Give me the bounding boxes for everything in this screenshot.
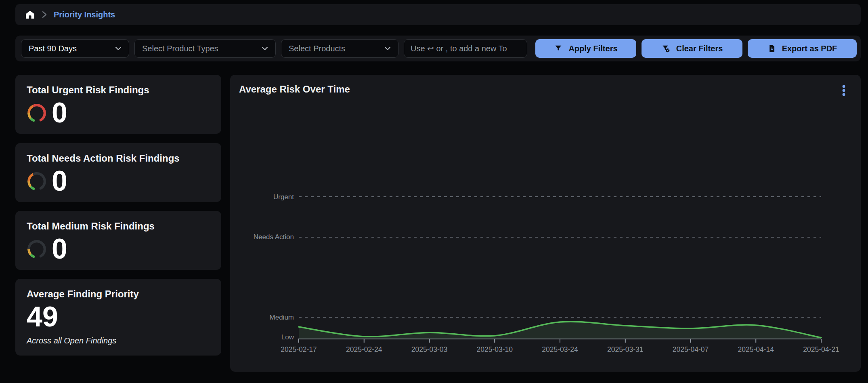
svg-text:2025-04-14: 2025-04-14 [738, 345, 774, 354]
svg-text:2025-02-24: 2025-02-24 [346, 345, 382, 354]
gauge-icon [27, 171, 47, 192]
clear-filters-button[interactable]: Clear Filters [642, 39, 742, 58]
breadcrumb: Priority Insights [15, 4, 861, 25]
stat-card-title: Total Urgent Risk Findings [27, 84, 210, 96]
time-range-select[interactable]: Past 90 Days [21, 39, 129, 58]
export-pdf-button[interactable]: Export as PDF [748, 39, 857, 58]
product-types-select[interactable]: Select Product Types [134, 39, 276, 58]
export-pdf-label: Export as PDF [782, 44, 837, 53]
breadcrumb-link-priority-insights[interactable]: Priority Insights [54, 10, 115, 19]
svg-text:2025-03-31: 2025-03-31 [607, 345, 644, 354]
svg-text:Urgent: Urgent [273, 193, 294, 201]
svg-text:Low: Low [281, 333, 294, 341]
average-risk-chart: UrgentNeeds ActionMediumLow2025-02-17202… [230, 75, 861, 372]
time-range-value: Past 90 Days [29, 44, 77, 53]
svg-text:2025-02-17: 2025-02-17 [281, 345, 317, 354]
svg-text:Needs Action: Needs Action [254, 233, 294, 241]
stat-card-average-priority: Average Finding Priority 49 Across all O… [15, 279, 221, 356]
stat-card-value: 0 [52, 166, 67, 196]
svg-text:2025-03-10: 2025-03-10 [476, 345, 513, 354]
stat-card-needs-action: Total Needs Action Risk Findings 0 [15, 143, 221, 202]
stat-card-value: 0 [52, 98, 67, 128]
svg-text:2025-04-21: 2025-04-21 [803, 345, 839, 354]
file-download-icon [767, 44, 776, 53]
home-icon [25, 10, 35, 20]
stat-card-subtitle: Across all Open Findings [27, 336, 210, 345]
chevron-down-icon [384, 46, 391, 51]
chevron-down-icon [115, 46, 122, 51]
products-select[interactable]: Select Products [281, 39, 398, 58]
stat-card-title: Average Finding Priority [27, 288, 210, 300]
filter-x-icon [661, 44, 671, 53]
svg-text:Medium: Medium [270, 314, 294, 321]
clear-filters-label: Clear Filters [676, 44, 723, 53]
apply-filters-label: Apply Filters [568, 44, 617, 53]
gauge-icon [27, 103, 47, 123]
products-placeholder: Select Products [289, 44, 345, 53]
chevron-down-icon [262, 46, 268, 51]
stat-card-title: Total Needs Action Risk Findings [27, 153, 210, 164]
apply-filters-button[interactable]: Apply Filters [535, 39, 636, 58]
product-types-placeholder: Select Product Types [142, 44, 218, 53]
svg-text:2025-04-07: 2025-04-07 [673, 345, 709, 354]
stat-card-urgent: Total Urgent Risk Findings 0 [15, 75, 221, 134]
chart-panel: Average Risk Over Time UrgentNeeds Actio… [230, 75, 861, 372]
stat-card-value: 0 [52, 234, 67, 264]
token-input[interactable] [404, 39, 527, 58]
stat-card-title: Total Medium Risk Findings [27, 221, 210, 232]
svg-text:2025-03-24: 2025-03-24 [542, 345, 578, 354]
home-button[interactable] [25, 10, 35, 20]
svg-text:2025-03-03: 2025-03-03 [411, 345, 448, 354]
stat-card-medium: Total Medium Risk Findings 0 [15, 211, 221, 270]
filter-icon [554, 44, 563, 53]
breadcrumb-chevron-icon [42, 11, 47, 19]
filter-bar: Past 90 Days Select Product Types Select… [15, 36, 861, 61]
stat-card-value: 49 [27, 302, 58, 332]
gauge-icon [27, 239, 47, 259]
